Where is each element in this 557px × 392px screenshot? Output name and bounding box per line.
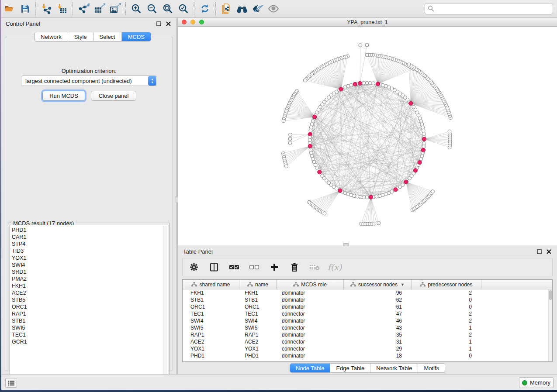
tab-mcds[interactable]: MCDS — [122, 32, 151, 41]
delete-column-button[interactable] — [289, 262, 300, 272]
mcds-result-item[interactable]: SWI4 — [12, 261, 168, 268]
table-row[interactable]: TEC1TEC1connector472 — [183, 310, 552, 317]
table-row[interactable]: PHD1PHD1dominator180 — [183, 352, 552, 359]
mcds-node[interactable] — [318, 170, 322, 174]
table-row[interactable]: ORC1ORC1dominator610 — [183, 303, 552, 310]
table-row[interactable]: YOX1YOX1connector291 — [183, 345, 552, 352]
mcds-result-item[interactable]: CAR1 — [12, 234, 168, 241]
tab-edge-table[interactable]: Edge Table — [330, 364, 370, 372]
table-settings-button[interactable] — [189, 262, 199, 272]
mcds-node[interactable] — [338, 189, 342, 193]
export-network-button[interactable] — [76, 1, 91, 16]
mcds-result-item[interactable]: RAP1 — [12, 310, 168, 317]
save-session-button[interactable] — [17, 1, 33, 16]
network-graph-canvas[interactable] — [178, 27, 557, 245]
mcds-result-item[interactable]: STP4 — [12, 241, 168, 248]
tab-network[interactable]: Network — [35, 32, 68, 41]
table-row[interactable]: SWI4SWI4dominator462 — [183, 317, 552, 324]
mcds-node[interactable] — [313, 115, 317, 119]
mcds-node[interactable] — [409, 101, 413, 105]
column-header-shared-name[interactable]: shared name — [183, 280, 239, 289]
zoom-out-button[interactable] — [144, 1, 160, 16]
mcds-result-item[interactable]: FKH1 — [12, 282, 168, 289]
table-row[interactable]: FKH1FKH1dominator962 — [183, 289, 552, 296]
mcds-node[interactable] — [376, 82, 380, 86]
import-table-button[interactable] — [54, 1, 70, 16]
graphics-details-button[interactable] — [250, 1, 266, 16]
mcds-result-item[interactable]: PMA2 — [12, 275, 168, 282]
zoom-selected-button[interactable] — [176, 1, 191, 16]
panel-menu-button[interactable] — [5, 378, 17, 388]
mcds-node[interactable] — [413, 168, 417, 172]
scrollbar-thumb[interactable] — [549, 290, 552, 300]
mcds-node[interactable] — [358, 81, 362, 85]
mcds-result-item[interactable]: YOX1 — [12, 254, 168, 261]
trash-icon — [290, 262, 299, 272]
mcds-node[interactable] — [404, 180, 408, 184]
tab-node-table[interactable]: Node Table — [290, 364, 331, 372]
mcds-result-item[interactable]: TID3 — [12, 248, 168, 254]
add-column-button[interactable] — [269, 262, 280, 272]
close-mcds-panel-button[interactable]: Close panel — [91, 91, 136, 101]
close-panel-button[interactable] — [164, 20, 172, 28]
float-table-panel-button[interactable] — [535, 248, 543, 255]
column-header-name[interactable]: name — [239, 280, 277, 289]
mcds-result-item[interactable]: ACE2 — [12, 289, 168, 296]
mcds-node[interactable] — [422, 137, 426, 141]
table-scrollbar[interactable] — [548, 289, 552, 362]
search-input[interactable] — [425, 3, 553, 14]
tab-network-table[interactable]: Network Table — [370, 364, 418, 372]
network-window-titlebar[interactable]: YPA_prune.txt_1 — [178, 18, 557, 27]
mcds-node[interactable] — [369, 195, 373, 199]
tab-select[interactable]: Select — [93, 32, 122, 41]
open-session-button[interactable] — [1, 1, 17, 16]
horizontal-splitter-grip[interactable] — [343, 243, 349, 246]
column-header-successor-nodes[interactable]: successor nodes▼ — [344, 280, 412, 289]
table-row[interactable]: SWI5SWI5connector431 — [183, 324, 552, 331]
mcds-node[interactable] — [394, 188, 398, 192]
toolbar-separator — [125, 2, 126, 15]
apply-layout-button[interactable] — [197, 1, 213, 16]
list-scrollbar[interactable] — [163, 226, 167, 381]
zoom-in-button[interactable] — [128, 1, 144, 16]
mcds-node[interactable] — [353, 82, 357, 86]
mcds-result-item[interactable]: ORC1 — [12, 303, 168, 310]
mcds-result-item[interactable]: STB1 — [12, 317, 168, 324]
clone-network-button[interactable] — [218, 1, 234, 16]
deselect-all-button[interactable] — [249, 262, 259, 272]
table-row[interactable]: ACE2ACE2connector311 — [183, 338, 552, 345]
mcds-node[interactable] — [308, 144, 312, 148]
close-table-panel-button[interactable] — [545, 248, 553, 255]
find-button[interactable] — [234, 1, 250, 16]
tab-motifs[interactable]: Motifs — [418, 364, 445, 372]
mcds-node[interactable] — [308, 132, 312, 136]
mcds-node[interactable] — [418, 161, 422, 165]
mcds-result-item[interactable]: SWI5 — [12, 324, 168, 331]
mcds-node[interactable] — [339, 87, 343, 91]
column-selector-button[interactable] — [209, 262, 219, 272]
table-row[interactable]: RAP1RAP1dominator352 — [183, 331, 552, 338]
mcds-result-item[interactable]: STB5 — [12, 296, 168, 303]
mcds-result-item[interactable]: PHD1 — [12, 227, 168, 234]
zoom-fit-button[interactable] — [160, 1, 176, 16]
show-hide-button[interactable] — [266, 1, 281, 16]
tab-style[interactable]: Style — [68, 32, 93, 41]
table-row[interactable]: STB1STB1dominator620 — [183, 296, 552, 303]
mcds-result-item[interactable]: GCR1 — [12, 338, 168, 345]
import-network-button[interactable] — [38, 1, 54, 16]
select-all-button[interactable] — [229, 262, 239, 272]
column-header-predecessor-nodes[interactable]: predecessor nodes — [412, 280, 481, 289]
column-header-MCDS-role[interactable]: MCDS role — [277, 280, 344, 289]
search-icon — [428, 5, 434, 12]
run-mcds-button[interactable]: Run MCDS — [42, 91, 85, 101]
memory-button[interactable]: Memory — [519, 377, 554, 388]
optimization-criterion-select[interactable]: largest connected component (undirected)… — [21, 76, 157, 86]
export-image-button[interactable] — [107, 1, 123, 16]
float-panel-button[interactable] — [155, 20, 163, 28]
zoom-in-icon — [131, 3, 142, 14]
export-table-button[interactable] — [91, 1, 107, 16]
mcds-node[interactable] — [421, 148, 425, 152]
mcds-result-item[interactable]: TEC1 — [12, 331, 168, 338]
mcds-result-list[interactable]: PHD1CAR1STP4TID3YOX1SWI4SRD1PMA2FKH1ACE2… — [10, 225, 168, 381]
mcds-result-item[interactable]: SRD1 — [12, 268, 168, 275]
